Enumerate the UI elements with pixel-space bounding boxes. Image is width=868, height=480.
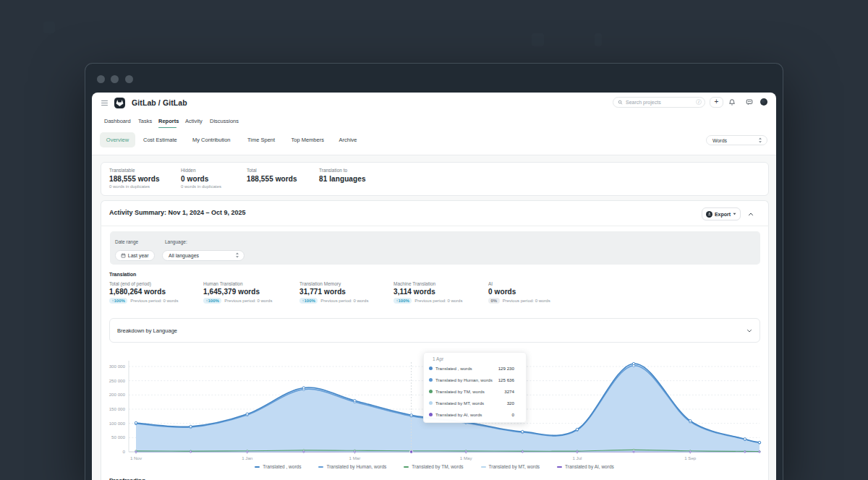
- subtab-archive[interactable]: Archive: [339, 137, 357, 143]
- date-range-button[interactable]: Last year: [115, 250, 155, 261]
- tooltip-row: Translated by TM, words3274: [429, 385, 526, 397]
- legend-label: Translated , words: [263, 464, 301, 469]
- legend-dash-icon: [404, 466, 409, 468]
- tooltip-row: Translated by Human, words125 636: [429, 374, 526, 385]
- metric-note: Previous period: 0 words: [224, 299, 272, 303]
- metric-note: Previous period: 0 words: [320, 299, 368, 303]
- notifications-bell-icon[interactable]: [728, 98, 736, 106]
- legend-label: Translated by TM, words: [412, 464, 463, 469]
- legend-label: Translated by MT, words: [489, 464, 540, 469]
- create-new-button[interactable]: +: [710, 97, 723, 108]
- metric-change-badge: ↑100%: [393, 298, 412, 304]
- user-avatar[interactable]: [760, 98, 767, 106]
- subtab-time-spent[interactable]: Time Spent: [247, 137, 275, 143]
- tab-activity[interactable]: Activity: [185, 118, 203, 124]
- chart-legend: Translated , wordsTranslated by Human, w…: [101, 464, 769, 469]
- collapse-section-icon[interactable]: [746, 210, 755, 218]
- filter-bar: Date range Language: Last year All langu…: [110, 231, 760, 265]
- search-placeholder: Search projects: [626, 100, 696, 105]
- legend-item[interactable]: Translated by AI, words: [557, 464, 614, 469]
- updown-arrows-icon: [235, 252, 239, 258]
- svg-text:200 000: 200 000: [109, 392, 126, 397]
- metric-label: Machine Translation: [393, 281, 462, 286]
- tooltip-row: Translated , words129 230: [429, 362, 526, 374]
- legend-dash-icon: [318, 466, 323, 468]
- metric-label: Total (end of period): [109, 281, 178, 286]
- subtab-my-contribution[interactable]: My Contribution: [192, 137, 231, 143]
- metric-note: Previous period: 0 words: [130, 299, 178, 303]
- tooltip-series-value: 320: [507, 400, 514, 406]
- svg-text:1 Mar: 1 Mar: [349, 455, 361, 460]
- metric-ai: AI0 words0%Previous period: 0 words: [488, 281, 550, 304]
- tooltip-series-value: 3274: [504, 389, 514, 394]
- language-dropdown[interactable]: All languages: [162, 250, 244, 261]
- tooltip-series-label: Translated , words: [435, 366, 495, 371]
- gitlab-tanuki-icon: [116, 99, 124, 107]
- svg-text:1 Jul: 1 Jul: [572, 455, 582, 460]
- metric-translation-memory: Translation Memory31,771 words↑100%Previ…: [299, 281, 368, 304]
- legend-item[interactable]: Translated by Human, words: [318, 464, 386, 469]
- background-pattern-square: [43, 22, 55, 33]
- messages-icon[interactable]: [745, 98, 753, 106]
- legend-item[interactable]: Translated by MT, words: [481, 464, 540, 469]
- subtab-cost-estimate[interactable]: Cost Estimate: [143, 137, 177, 143]
- export-button[interactable]: Export: [702, 207, 741, 220]
- tab-tasks[interactable]: Tasks: [138, 118, 152, 124]
- metric-total-end-of-period: Total (end of period)1,680,264 words↑100…: [109, 281, 178, 304]
- metric-note: Previous period: 0 words: [414, 299, 462, 303]
- metric-note: Previous period: 0 words: [503, 299, 550, 303]
- stat-translation-to: Translation to 81 languages: [319, 168, 366, 183]
- page-title: GitLab / GitLab: [132, 98, 187, 107]
- metric-human-translation: Human Translation1,645,379 words↑100%Pre…: [203, 281, 272, 304]
- window-dot-1[interactable]: [97, 75, 105, 83]
- tab-reports[interactable]: Reports: [158, 118, 179, 124]
- menu-icon[interactable]: [101, 100, 108, 106]
- legend-item[interactable]: Translated , words: [255, 464, 301, 469]
- tooltip-row: Translated by AI, words0: [429, 408, 526, 420]
- legend-dash-icon: [557, 466, 562, 468]
- background-pattern-square: [532, 33, 544, 46]
- tooltip-series-label: Translated by TM, words: [435, 389, 501, 394]
- subtab-top-members[interactable]: Top Members: [292, 137, 324, 143]
- date-range-label: Date range: [115, 239, 138, 244]
- window-dot-3[interactable]: [125, 75, 133, 83]
- metric-value: 1,645,379 words: [203, 288, 272, 296]
- search-input[interactable]: Search projects /: [613, 97, 705, 108]
- metric-change-badge: 0%: [488, 298, 500, 304]
- summary-divider: [101, 226, 769, 226]
- metric-machine-translation: Machine Translation3,114 words↑100%Previ…: [393, 281, 462, 304]
- search-shortcut-badge: /: [696, 99, 702, 105]
- metric-change-badge: ↑100%: [299, 298, 318, 304]
- tab-discussions[interactable]: Discussions: [210, 118, 239, 124]
- activity-summary-title: Activity Summary: Nov 1, 2024 – Oct 9, 2…: [109, 209, 246, 216]
- calendar-icon: [121, 253, 126, 258]
- breakdown-by-language-bar[interactable]: Breakdown by Language: [109, 318, 760, 343]
- svg-text:300 000: 300 000: [109, 364, 126, 369]
- units-dropdown[interactable]: Words: [706, 135, 767, 145]
- background-pattern-square: [595, 33, 602, 46]
- tooltip-series-label: Translated by AI, words: [435, 412, 509, 417]
- project-logo[interactable]: [114, 98, 125, 108]
- chevron-down-icon: [746, 329, 752, 333]
- series-dot-icon: [429, 413, 433, 416]
- svg-text:1 May: 1 May: [460, 455, 473, 460]
- metric-value: 31,771 words: [299, 288, 368, 296]
- svg-text:1 Sep: 1 Sep: [684, 455, 697, 460]
- tab-dashboard[interactable]: Dashboard: [104, 118, 131, 124]
- stat-translatable: Translatable 188,555 words 0 words in du…: [109, 168, 160, 189]
- metric-value: 3,114 words: [393, 288, 462, 296]
- legend-item[interactable]: Translated by TM, words: [404, 464, 463, 469]
- subtab-overview[interactable]: Overview: [100, 132, 135, 147]
- window-dot-2[interactable]: [111, 75, 119, 83]
- translation-heading: Translation: [109, 272, 136, 277]
- metric-label: Human Translation: [203, 281, 272, 286]
- tooltip-series-value: 129 230: [498, 366, 514, 371]
- updown-arrows-icon: [758, 137, 762, 143]
- stat-hidden: Hidden 0 words 0 words in duplicates: [181, 168, 221, 189]
- proofreading-heading: Proofreading: [109, 477, 145, 480]
- screenshot-stage: { "window": {"title_dots": 3}, "header":…: [0, 0, 868, 480]
- legend-label: Translated by AI, words: [565, 464, 614, 469]
- metric-label: Translation Memory: [299, 281, 368, 286]
- legend-dash-icon: [255, 466, 260, 468]
- series-dot-icon: [429, 390, 433, 393]
